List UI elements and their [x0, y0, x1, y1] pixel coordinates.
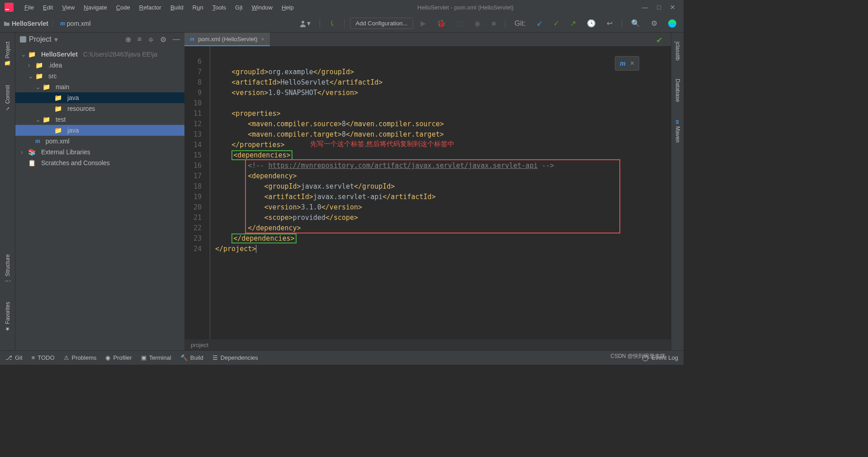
- close-button[interactable]: ✕: [670, 4, 675, 11]
- tree-java-test[interactable]: 📁 java: [15, 125, 184, 136]
- editor-tab-pom[interactable]: m pom.xml (HelloServlet) ×: [184, 33, 270, 46]
- debug-icon[interactable]: 🐞: [433, 17, 449, 29]
- watermark: CSDN @快到碗里来咪: [610, 352, 665, 360]
- sidebar-tab-structure[interactable]: ⋮ Structure: [4, 250, 12, 288]
- menu-git[interactable]: Git: [231, 2, 246, 13]
- breadcrumb-root[interactable]: HelloServlet: [4, 20, 48, 27]
- select-file-icon[interactable]: ⊕: [125, 35, 131, 44]
- app-icon: [5, 3, 14, 12]
- project-tree[interactable]: ⌄📁 HelloServlet C:\Users\28463\java EE\j…: [15, 46, 184, 350]
- tool-problems[interactable]: ⚠ Problems: [64, 354, 97, 361]
- panel-settings-icon[interactable]: ⚙: [160, 35, 166, 44]
- add-configuration-button[interactable]: Add Configuration...: [350, 18, 414, 29]
- hammer-icon[interactable]: ⤹: [326, 17, 339, 29]
- tree-pom[interactable]: m pom.xml: [15, 136, 184, 147]
- breadcrumb-tag[interactable]: project: [191, 342, 208, 348]
- menu-bar: File Edit View Navigate Code Refactor Bu…: [18, 2, 297, 13]
- menu-window[interactable]: Window: [248, 2, 276, 13]
- git-history-icon[interactable]: 🕓: [583, 17, 599, 29]
- tree-scratches[interactable]: 📋 Scratches and Consoles: [15, 157, 184, 168]
- minimize-button[interactable]: —: [642, 4, 648, 11]
- project-icon: [20, 36, 26, 43]
- git-label: Git:: [511, 18, 529, 29]
- menu-view[interactable]: View: [58, 2, 78, 13]
- tree-resources[interactable]: 📁 resources: [15, 103, 184, 114]
- svg-rect-1: [5, 9, 9, 10]
- user-icon[interactable]: ▾: [295, 17, 314, 29]
- window-title: HelloServlet - pom.xml (HelloServlet): [297, 4, 634, 11]
- toolwindow-bar: ⎇ Git ≡ TODO ⚠ Problems ◉ Profiler ▣ Ter…: [0, 350, 684, 365]
- editor-content[interactable]: 6789101112131415161718192021222324 <grou…: [184, 46, 671, 339]
- fold-column[interactable]: [206, 46, 215, 339]
- editor-tabs: m pom.xml (HelloServlet) ×: [184, 33, 671, 46]
- editor-bottom-breadcrumb[interactable]: project: [184, 339, 671, 350]
- menu-build[interactable]: Build: [167, 2, 187, 13]
- project-panel-header: Project ▾ ⊕ ≡ ≑ ⚙ —: [15, 33, 184, 46]
- sidebar-tab-commit[interactable]: ✓ Commit: [4, 81, 12, 116]
- run-icon[interactable]: ▶: [417, 17, 429, 29]
- menu-help[interactable]: Help: [278, 2, 297, 13]
- hide-panel-icon[interactable]: —: [173, 35, 180, 44]
- menu-tools[interactable]: Tools: [209, 2, 230, 13]
- tree-idea[interactable]: ›📁 .idea: [15, 60, 184, 71]
- main-toolbar: HelloServlet 〉 m pom.xml ▾ ⤹ Add Configu…: [0, 14, 684, 33]
- settings-icon[interactable]: ⚙: [647, 17, 661, 29]
- git-commit-icon[interactable]: ✓: [550, 17, 563, 29]
- svg-rect-0: [5, 3, 14, 12]
- tool-terminal[interactable]: ▣ Terminal: [141, 354, 171, 361]
- maximize-button[interactable]: □: [657, 4, 661, 11]
- coverage-icon[interactable]: ⬚: [453, 17, 467, 29]
- titlebar: File Edit View Navigate Code Refactor Bu…: [0, 0, 684, 14]
- main-area: 📁 Project ✓ Commit ⋮ Structure ★ Favorit…: [0, 33, 684, 350]
- git-update-icon[interactable]: ↙: [533, 17, 546, 29]
- expand-all-icon[interactable]: ≡: [137, 35, 142, 44]
- folder-icon: [4, 20, 10, 27]
- code-with-me-icon[interactable]: [665, 18, 680, 29]
- stop-icon[interactable]: ■: [488, 18, 500, 29]
- menu-navigate[interactable]: Navigate: [80, 2, 110, 13]
- close-panel-icon[interactable]: ×: [630, 59, 634, 67]
- sidebar-tab-favorites[interactable]: ★ Favorites: [4, 297, 12, 337]
- collapse-all-icon[interactable]: ≑: [148, 35, 154, 44]
- tool-build[interactable]: 🔨 Build: [180, 354, 203, 361]
- project-panel: Project ▾ ⊕ ≡ ≑ ⚙ — ⌄📁 HelloServlet C:\U…: [15, 33, 184, 350]
- git-rollback-icon[interactable]: ↩: [603, 17, 616, 29]
- tree-java-main[interactable]: 📁 java: [15, 92, 184, 103]
- breadcrumb-file[interactable]: m pom.xml: [60, 20, 91, 27]
- tree-test[interactable]: ⌄📁 test: [15, 114, 184, 125]
- menu-edit[interactable]: Edit: [39, 2, 57, 13]
- tool-todo[interactable]: ≡ TODO: [32, 354, 55, 361]
- maven-file-icon: m: [60, 20, 65, 27]
- inspection-ok-icon[interactable]: ✔: [656, 35, 663, 45]
- close-tab-icon[interactable]: ×: [261, 36, 265, 43]
- tool-dependencies[interactable]: ☰ Dependencies: [212, 354, 258, 361]
- search-icon[interactable]: 🔍: [627, 17, 644, 29]
- profiler-run-icon[interactable]: ◉: [471, 17, 484, 29]
- tree-src[interactable]: ⌄📁 src: [15, 71, 184, 81]
- menu-file[interactable]: File: [21, 2, 38, 13]
- tree-root[interactable]: ⌄📁 HelloServlet C:\Users\28463\java EE\j…: [15, 49, 184, 60]
- menu-code[interactable]: Code: [113, 2, 134, 13]
- breadcrumb: HelloServlet 〉 m pom.xml: [4, 19, 91, 28]
- dropdown-icon[interactable]: ▾: [54, 35, 58, 44]
- tool-git[interactable]: ⎇ Git: [5, 354, 23, 361]
- breadcrumb-root-label: HelloServlet: [12, 20, 48, 27]
- sidebar-tab-maven[interactable]: m Maven: [673, 115, 682, 147]
- git-push-icon[interactable]: ↗: [566, 17, 580, 29]
- sidebar-tab-project[interactable]: 📁 Project: [4, 37, 12, 71]
- maven-file-icon: m: [190, 35, 194, 43]
- sidebar-tab-jclasslib[interactable]: jclasslib: [674, 37, 682, 65]
- tool-profiler[interactable]: ◉ Profiler: [105, 354, 132, 361]
- tree-main[interactable]: ⌄📁 main: [15, 81, 184, 92]
- editor-area: m pom.xml (HelloServlet) × 6789101112131…: [184, 33, 671, 350]
- menu-refactor[interactable]: Refactor: [136, 2, 165, 13]
- maven-reload-panel[interactable]: m ×: [615, 56, 639, 71]
- sidebar-tab-database[interactable]: Database: [674, 74, 682, 106]
- breadcrumb-separator: 〉: [51, 19, 57, 28]
- menu-run[interactable]: Run: [189, 2, 207, 13]
- svg-point-2: [302, 21, 304, 24]
- tree-external[interactable]: ›📚 External Libraries: [15, 147, 184, 157]
- project-panel-title: Project: [29, 35, 52, 43]
- code-area[interactable]: <groupId>org.example</groupId> <artifact…: [215, 46, 671, 339]
- breadcrumb-file-label: pom.xml: [67, 20, 91, 27]
